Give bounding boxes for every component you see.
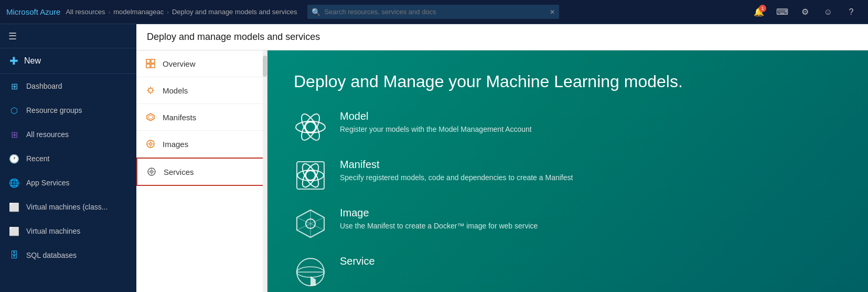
hero-item-service[interactable]: Service xyxy=(294,255,842,289)
topbar-icons: 🔔 1 ⌨ ⚙ ☺ ? xyxy=(748,2,862,23)
sub-nav-scrollthumb xyxy=(263,56,267,77)
main-layout: ☰ ✚ New ⊞ Dashboard ⬡ Resource groups ⊞ … xyxy=(0,24,868,292)
recent-icon: 🕐 xyxy=(8,153,20,164)
sidebar-item-label-dashboard: Dashboard xyxy=(26,82,62,90)
svg-point-17 xyxy=(297,170,324,181)
breadcrumb-account[interactable]: modelmanageac xyxy=(113,8,164,16)
vm-icon: ⬜ xyxy=(8,225,20,237)
search-icon: 🔍 xyxy=(312,8,320,16)
app-services-icon: 🌐 xyxy=(8,177,20,189)
breadcrumb: All resources › modelmanageac › Deploy a… xyxy=(66,8,297,16)
svg-point-16 xyxy=(306,171,315,180)
notifications-button[interactable]: 🔔 1 xyxy=(748,2,769,23)
page-title: Deploy and manage models and services xyxy=(147,32,320,42)
sub-nav-label-overview: Overview xyxy=(163,59,196,68)
notification-badge: 1 xyxy=(759,5,766,12)
breadcrumb-sep2: › xyxy=(167,9,169,15)
new-label: New xyxy=(24,56,41,66)
hero-item-model[interactable]: Model Register your models with the Mode… xyxy=(294,110,842,144)
hero-item-image[interactable]: Image Use the Manifest to create a Docke… xyxy=(294,207,842,241)
sidebar-item-dashboard[interactable]: ⊞ Dashboard xyxy=(0,74,136,98)
sidebar: ☰ ✚ New ⊞ Dashboard ⬡ Resource groups ⊞ … xyxy=(0,24,136,292)
sidebar-item-resource-groups[interactable]: ⬡ Resource groups xyxy=(0,98,136,122)
breadcrumb-current: Deploy and manage models and services xyxy=(172,8,297,16)
manifest-desc: Specify registered models, code and depe… xyxy=(340,173,573,183)
service-title: Service xyxy=(340,255,375,267)
sidebar-item-recent[interactable]: 🕐 Recent xyxy=(0,147,136,171)
svg-rect-0 xyxy=(146,59,150,63)
svg-marker-24 xyxy=(310,276,316,286)
image-icon xyxy=(294,207,327,241)
sub-nav: Overview Models Manifests xyxy=(136,50,267,292)
svg-point-11 xyxy=(305,122,316,132)
sub-nav-label-images: Images xyxy=(163,140,188,149)
sql-icon: 🗄 xyxy=(8,249,20,261)
sidebar-item-label-vm-classic: Virtual machines (class... xyxy=(26,203,108,211)
images-icon xyxy=(145,138,156,150)
sub-nav-item-overview[interactable]: Overview xyxy=(136,50,267,77)
sidebar-item-label-recent: Recent xyxy=(26,154,49,163)
sidebar-item-label-app-services: App Services xyxy=(26,179,69,187)
hero-panel: Deploy and Manage your Machine Learning … xyxy=(267,50,868,292)
sub-nav-item-images[interactable]: Images xyxy=(136,131,267,158)
sidebar-item-vm-classic[interactable]: ⬜ Virtual machines (class... xyxy=(0,195,136,219)
manifest-title: Manifest xyxy=(340,159,573,171)
hamburger-icon[interactable]: ☰ xyxy=(8,30,17,42)
services-icon xyxy=(146,166,157,178)
sidebar-item-vm[interactable]: ⬜ Virtual machines xyxy=(0,219,136,243)
manifest-icon xyxy=(294,159,327,192)
sidebar-header: ☰ xyxy=(0,24,136,48)
all-resources-icon: ⊞ xyxy=(8,129,20,140)
model-text: Model Register your models with the Mode… xyxy=(340,110,532,135)
feedback-button[interactable]: ☺ xyxy=(818,2,839,23)
topbar: Microsoft Azure All resources › modelman… xyxy=(0,0,868,24)
models-icon xyxy=(145,85,156,96)
service-text: Service xyxy=(340,255,375,269)
new-button[interactable]: ✚ New xyxy=(0,48,136,74)
svg-marker-6 xyxy=(148,115,153,119)
sidebar-item-all-resources[interactable]: ⊞ All resources xyxy=(0,122,136,147)
svg-point-4 xyxy=(148,88,153,92)
sub-nav-label-services: Services xyxy=(164,168,194,176)
sub-nav-label-manifests: Manifests xyxy=(163,113,196,122)
image-desc: Use the Manifest to create a Docker™ ima… xyxy=(340,221,538,232)
brand-logo: Microsoft Azure xyxy=(6,7,60,16)
plus-icon: ✚ xyxy=(8,56,19,66)
svg-marker-5 xyxy=(147,113,154,121)
sidebar-item-label-vm: Virtual machines xyxy=(26,227,80,235)
sidebar-item-label-sql-db: SQL databases xyxy=(26,251,77,259)
resource-groups-icon: ⬡ xyxy=(8,105,20,116)
sub-nav-scrollbar[interactable] xyxy=(263,50,267,292)
model-icon xyxy=(294,110,327,144)
sub-nav-item-models[interactable]: Models xyxy=(136,77,267,104)
content-body: Overview Models Manifests xyxy=(136,50,868,292)
breadcrumb-sep1: › xyxy=(109,9,111,15)
dashboard-icon: ⊞ xyxy=(8,80,20,92)
help-button[interactable]: ? xyxy=(841,2,862,23)
sub-nav-label-models: Models xyxy=(163,86,188,95)
hero-item-manifest[interactable]: Manifest Specify registered models, code… xyxy=(294,159,842,192)
manifests-icon xyxy=(145,111,156,123)
clear-icon[interactable]: ✕ xyxy=(550,8,555,16)
svg-rect-2 xyxy=(146,64,150,68)
sidebar-item-sql-db[interactable]: 🗄 SQL databases xyxy=(0,243,136,267)
sidebar-item-label-resource-groups: Resource groups xyxy=(26,106,82,114)
svg-point-12 xyxy=(296,121,325,133)
svg-rect-3 xyxy=(151,64,155,68)
vm-classic-icon: ⬜ xyxy=(8,201,20,213)
sub-nav-item-manifests[interactable]: Manifests xyxy=(136,104,267,131)
image-title: Image xyxy=(340,207,538,219)
search-input[interactable] xyxy=(307,5,559,19)
sidebar-item-app-services[interactable]: 🌐 App Services xyxy=(0,171,136,195)
search-box[interactable]: 🔍 ✕ xyxy=(307,5,559,19)
cloud-shell-button[interactable]: ⌨ xyxy=(771,2,792,23)
page-header: Deploy and manage models and services xyxy=(136,24,868,50)
hero-title: Deploy and Manage your Machine Learning … xyxy=(294,71,842,91)
settings-button[interactable]: ⚙ xyxy=(795,2,816,23)
svg-rect-15 xyxy=(297,162,324,189)
image-text: Image Use the Manifest to create a Docke… xyxy=(340,207,538,232)
breadcrumb-allresources[interactable]: All resources xyxy=(66,8,105,16)
sub-nav-item-services[interactable]: Services xyxy=(136,158,267,186)
service-icon xyxy=(294,255,327,289)
page-content: Deploy and manage models and services Ov… xyxy=(136,24,868,292)
